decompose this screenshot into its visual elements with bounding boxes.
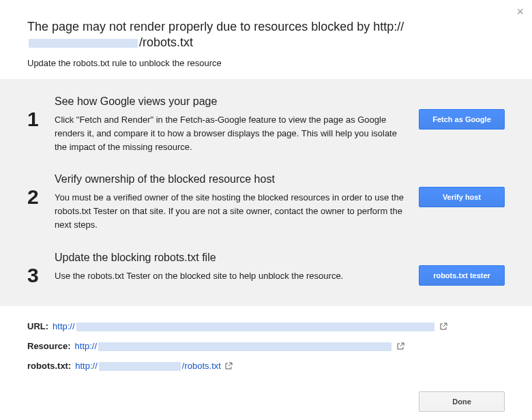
step-body: See how Google views your page Click "Fe… (55, 95, 419, 154)
dialog-subtitle: Update the robots.txt rule to unblock th… (27, 58, 505, 68)
dialog-footer: Done (0, 387, 532, 420)
detail-robots-label: robots.txt: (27, 361, 71, 371)
step-description: Use the robots.txt Tester on the blocked… (55, 269, 407, 283)
verify-host-button[interactable]: Verify host (419, 187, 505, 207)
dialog-header: The page may not render properly due to … (0, 0, 532, 79)
fetch-as-google-button[interactable]: Fetch as Google (419, 109, 505, 130)
redacted-robots-host (99, 362, 181, 371)
resource-prefix: http:// (75, 341, 98, 351)
step-number: 1 (27, 95, 55, 130)
done-button[interactable]: Done (419, 391, 505, 412)
dialog-title: The page may not render properly due to … (27, 19, 505, 51)
step-number: 3 (27, 252, 55, 286)
detail-resource-label: Resource: (27, 341, 71, 351)
step-description: Click "Fetch and Render" in the Fetch-as… (55, 113, 407, 154)
step-action: robots.txt tester (419, 252, 505, 286)
detail-url-label: URL: (27, 321, 48, 331)
step-3: 3 Update the blocking robots.txt file Us… (27, 252, 505, 286)
step-body: Update the blocking robots.txt file Use … (55, 252, 419, 283)
step-action: Verify host (419, 173, 505, 207)
robots-txt-tester-button[interactable]: robots.txt tester (419, 265, 505, 286)
detail-robots-link[interactable]: http:///robots.txt (75, 361, 221, 371)
robots-suffix: /robots.txt (182, 361, 221, 371)
dialog-blocked-resources: × The page may not render properly due t… (0, 0, 532, 420)
steps-section: 1 See how Google views your page Click "… (0, 79, 532, 306)
step-description: You must be a verified owner of the site… (55, 191, 407, 232)
detail-url-row: URL: http:// (27, 321, 505, 331)
step-1: 1 See how Google views your page Click "… (27, 95, 505, 154)
step-action: Fetch as Google (419, 95, 505, 130)
step-title: See how Google views your page (55, 95, 407, 108)
details-section: URL: http:// Resource: http:// robots.tx… (0, 306, 532, 387)
detail-resource-row: Resource: http:// (27, 341, 505, 351)
step-title: Update the blocking robots.txt file (55, 252, 407, 264)
external-link-icon (440, 322, 447, 330)
url-prefix: http:// (53, 321, 75, 331)
detail-resource-link[interactable]: http:// (75, 341, 394, 351)
redacted-resource (98, 342, 391, 351)
redacted-url (76, 322, 434, 331)
step-2: 2 Verify ownership of the blocked resour… (27, 173, 505, 232)
step-body: Verify ownership of the blocked resource… (55, 173, 419, 232)
title-suffix: /robots.txt (139, 35, 193, 49)
detail-robots-row: robots.txt: http:///robots.txt (27, 361, 505, 371)
redacted-host (29, 39, 138, 48)
step-number: 2 (27, 173, 55, 207)
detail-url-link[interactable]: http:// (53, 321, 436, 331)
external-link-icon (397, 342, 404, 350)
close-button[interactable]: × (516, 5, 524, 18)
title-prefix: The page may not render properly due to … (27, 20, 404, 33)
external-link-icon (225, 362, 233, 370)
step-title: Verify ownership of the blocked resource… (55, 173, 407, 185)
robots-prefix: http:// (75, 361, 98, 371)
